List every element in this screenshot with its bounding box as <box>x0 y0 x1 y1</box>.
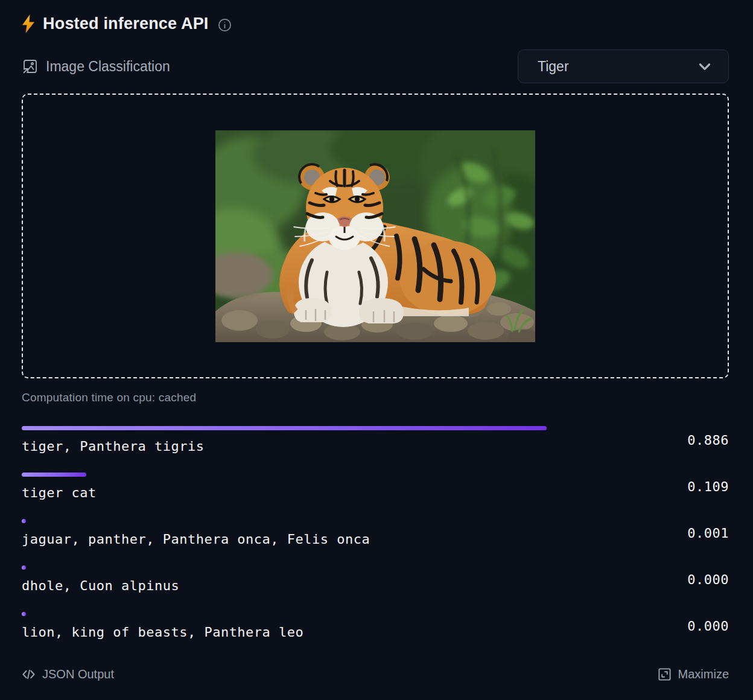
score-bar <box>22 612 26 616</box>
widget-header: Hosted inference API <box>22 14 729 33</box>
maximize-label: Maximize <box>678 667 729 681</box>
json-output-label: JSON Output <box>42 667 114 681</box>
info-icon[interactable] <box>218 18 232 32</box>
maximize-button[interactable]: Maximize <box>658 667 729 681</box>
class-score: 0.001 <box>614 526 729 541</box>
score-bar <box>22 519 26 523</box>
class-score: 0.000 <box>614 619 729 634</box>
lightning-bolt-icon <box>22 14 35 33</box>
example-select[interactable]: Tiger <box>518 49 729 83</box>
page-title: Hosted inference API <box>43 14 209 33</box>
image-dropzone[interactable] <box>22 94 729 378</box>
class-score: 0.109 <box>614 479 729 494</box>
image-classification-icon <box>22 58 39 75</box>
result-row: jaguar, panther, Panthera onca, Felis on… <box>22 519 729 547</box>
result-row: lion, king of beasts, Panthera leo 0.000 <box>22 612 729 640</box>
result-row: tiger cat 0.109 <box>22 472 729 500</box>
task-label: Image Classification <box>46 59 170 75</box>
classification-results: tiger, Panthera tigris 0.886 tiger cat 0… <box>22 426 729 640</box>
json-output-button[interactable]: JSON Output <box>22 667 114 681</box>
code-icon <box>22 667 36 681</box>
class-label: dhole, Cuon alpinus <box>22 578 614 593</box>
result-row: tiger, Panthera tigris 0.886 <box>22 426 729 454</box>
task-type: Image Classification <box>22 58 170 75</box>
maximize-icon <box>658 667 672 681</box>
example-select-value: Tiger <box>538 59 569 75</box>
class-label: tiger, Panthera tigris <box>22 439 614 454</box>
class-label: jaguar, panther, Panthera onca, Felis on… <box>22 532 614 547</box>
class-label: lion, king of beasts, Panthera leo <box>22 625 614 640</box>
chevron-down-icon <box>697 59 713 74</box>
score-bar <box>22 472 86 477</box>
score-bar <box>22 426 547 430</box>
class-score: 0.000 <box>614 572 729 587</box>
computation-time: Computation time on cpu: cached <box>22 391 729 404</box>
input-image-tiger <box>215 130 535 342</box>
score-bar <box>22 565 26 570</box>
class-score: 0.886 <box>614 433 729 448</box>
result-row: dhole, Cuon alpinus 0.000 <box>22 565 729 593</box>
toolbar: Image Classification Tiger <box>22 49 729 83</box>
widget-footer: JSON Output Maximize <box>22 667 729 681</box>
class-label: tiger cat <box>22 485 614 500</box>
